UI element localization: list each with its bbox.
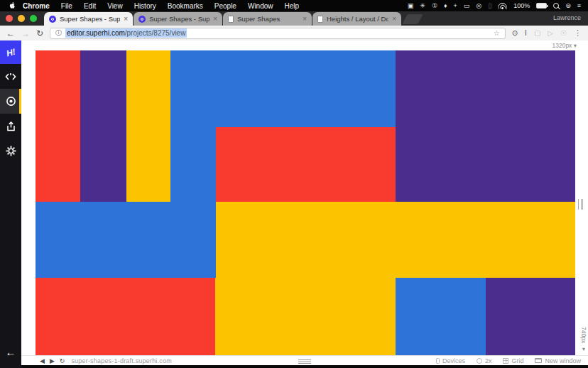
- close-tab-icon[interactable]: ×: [213, 15, 217, 23]
- battery-percent-label: 100%: [513, 2, 530, 9]
- gear-icon: [6, 146, 16, 156]
- browser-tab-strip: Super Shapes - SuperHi × Super Shapes - …: [0, 11, 588, 26]
- editor-sidebar: H! ←: [0, 40, 21, 368]
- preview-back-icon[interactable]: ◀: [40, 357, 45, 364]
- url-text-selected[interactable]: editor.superhi.com /projects/8275/view: [65, 28, 187, 38]
- tab-title: Heights / Layout / Docs / TAC: [327, 15, 388, 23]
- forward-button: →: [21, 29, 30, 38]
- height-drag-handle[interactable]: [298, 359, 311, 360]
- close-tab-icon[interactable]: ×: [124, 15, 128, 23]
- share-upload-icon: [6, 121, 16, 131]
- extension-icon-2[interactable]: I: [525, 29, 527, 37]
- close-tab-icon[interactable]: ×: [303, 15, 307, 23]
- yellow-band-middle-right: [216, 202, 575, 278]
- preview-forward-icon[interactable]: ▶: [50, 357, 55, 364]
- document-favicon: [317, 16, 323, 23]
- macos-menu-bar: Chrome File Edit View History Bookmarks …: [0, 0, 588, 11]
- back-arrow-button[interactable]: ←: [0, 346, 21, 358]
- plus-health-icon[interactable]: +: [454, 0, 457, 11]
- new-window-label: New window: [545, 357, 581, 364]
- menu-item-file[interactable]: File: [55, 2, 78, 10]
- record-circle-icon[interactable]: ◎: [476, 0, 481, 11]
- close-tab-icon[interactable]: ×: [392, 15, 396, 23]
- zoom-window-button[interactable]: [30, 15, 37, 22]
- circled-one-icon[interactable]: ①: [432, 0, 437, 11]
- siri-icon[interactable]: ⊚: [565, 0, 571, 11]
- new-tab-button[interactable]: [402, 14, 423, 24]
- reload-button[interactable]: ↻: [36, 29, 43, 38]
- bookmark-star-icon[interactable]: ☆: [494, 29, 500, 37]
- canvas-height-control[interactable]: 740px ▾: [580, 327, 587, 352]
- preview-pane: 1320px ▾ 740px ▾ ◀ ▶ ↻ super-shapes-1-dr…: [21, 40, 588, 368]
- tab-super-shapes[interactable]: Super Shapes ×: [223, 12, 312, 26]
- menu-item-history[interactable]: History: [129, 2, 162, 10]
- menu-item-window[interactable]: Window: [242, 2, 279, 10]
- preview-reload-icon[interactable]: ↻: [60, 357, 65, 364]
- settings-menu-icon[interactable]: ✳: [420, 0, 425, 11]
- back-button[interactable]: ←: [6, 29, 15, 38]
- apple-menu-icon[interactable]: [7, 1, 17, 10]
- new-window-button[interactable]: New window: [535, 357, 581, 364]
- tab-title: Super Shapes - SuperHi: [60, 15, 120, 23]
- page-info-icon[interactable]: ⓘ: [55, 28, 62, 38]
- browser-profile-name[interactable]: Lawrence: [553, 14, 588, 26]
- close-window-button[interactable]: [6, 15, 13, 22]
- spotlight-search-icon[interactable]: [553, 3, 559, 9]
- window-manager-icon[interactable]: ▭: [464, 0, 470, 11]
- tab-title: Super Shapes: [237, 15, 299, 23]
- extension-icon-5[interactable]: ☉: [560, 29, 567, 37]
- address-bar[interactable]: ⓘ editor.superhi.com /projects/8275/view…: [50, 28, 506, 39]
- menu-item-view[interactable]: View: [102, 2, 129, 10]
- zoom-label: 2x: [485, 357, 492, 364]
- tab-super-shapes-editor[interactable]: Super Shapes - SuperHi ×: [44, 12, 133, 26]
- tab-super-shapes-editor-2[interactable]: Super Shapes - SuperHi ×: [134, 12, 222, 26]
- droplet-icon[interactable]: ♦: [444, 0, 447, 11]
- sidebar-item-settings[interactable]: [0, 139, 21, 163]
- blue-block-bottom: [396, 278, 486, 355]
- url-path: /projects/8275/view: [125, 29, 186, 37]
- sidebar-item-share[interactable]: [0, 114, 21, 139]
- document-favicon: [228, 16, 234, 23]
- zoom-2x-toggle[interactable]: 2x: [477, 357, 492, 364]
- yellow-block-bottom: [215, 278, 396, 355]
- menu-status-area: ▣ ✳ ① ♦ + ▭ ◎ ▯ 100% ⊚ ≡: [408, 0, 581, 11]
- sidebar-item-code-editor[interactable]: [0, 64, 21, 89]
- blue-band-middle-left: [36, 202, 216, 278]
- superhi-logo[interactable]: H!: [0, 40, 21, 64]
- extension-icon-3[interactable]: ▢: [534, 29, 540, 37]
- menu-item-bookmarks[interactable]: Bookmarks: [162, 2, 209, 10]
- extension-icon-4[interactable]: ▷: [548, 29, 553, 37]
- preview-url[interactable]: super-shapes-1-draft.superhi.com: [71, 357, 171, 364]
- sidebar-item-preview[interactable]: [0, 89, 21, 114]
- browser-menu-icon[interactable]: ⋮: [574, 28, 582, 38]
- window-bottom-edge: [21, 365, 588, 368]
- menu-item-chrome[interactable]: Chrome: [17, 2, 55, 10]
- devices-toggle[interactable]: Devices: [436, 357, 465, 364]
- purple-block-right: [396, 50, 575, 202]
- extension-icon-1[interactable]: ⊙: [512, 29, 518, 37]
- menu-item-people[interactable]: People: [209, 2, 242, 10]
- inactive-status-icon: ▯: [488, 0, 491, 11]
- red-column-left: [36, 50, 80, 202]
- devices-label: Devices: [442, 357, 465, 364]
- width-drag-handle[interactable]: [578, 199, 583, 210]
- minimize-window-button[interactable]: [18, 15, 25, 22]
- canvas-width-control[interactable]: 1320px ▾: [552, 42, 577, 49]
- grid-toggle[interactable]: Grid: [503, 357, 523, 364]
- screen-recording-icon[interactable]: ▣: [408, 0, 414, 11]
- preview-status-bar: ◀ ▶ ↻ super-shapes-1-draft.superhi.com D…: [21, 355, 588, 365]
- superhi-logo-text: H!: [5, 46, 16, 58]
- menu-item-help[interactable]: Help: [279, 2, 305, 10]
- code-editor-icon: [5, 72, 16, 81]
- wifi-icon[interactable]: [498, 2, 507, 9]
- tab-heights-layout-docs[interactable]: Heights / Layout / Docs / TAC ×: [312, 12, 401, 26]
- grid-label: Grid: [511, 357, 523, 364]
- red-block-bottom-left: [36, 278, 215, 355]
- window-controls: [0, 15, 44, 26]
- new-window-icon: [535, 358, 542, 363]
- zoom-icon: [477, 358, 482, 364]
- devices-icon: [436, 358, 440, 364]
- notification-center-icon[interactable]: ≡: [577, 0, 581, 11]
- preview-canvas[interactable]: [36, 50, 575, 355]
- menu-item-edit[interactable]: Edit: [78, 2, 102, 10]
